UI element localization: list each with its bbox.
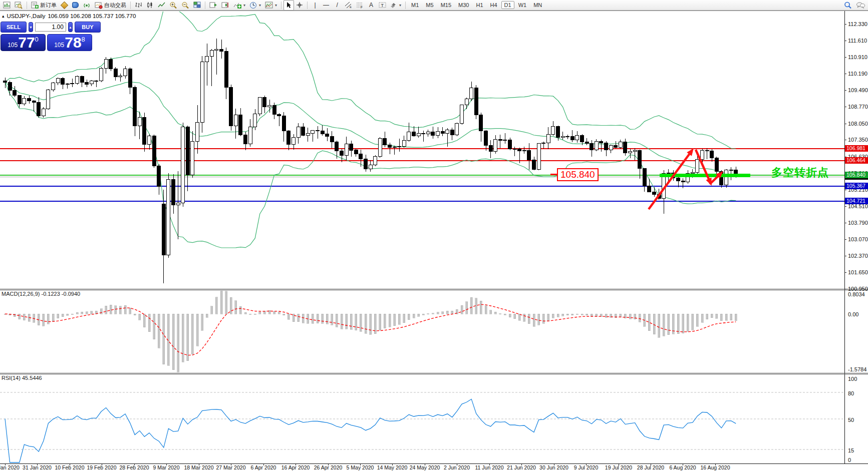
turning-point-annotation[interactable]: 多空转折点 — [771, 165, 829, 180]
new-chart-button[interactable] — [1, 0, 13, 11]
buy-button[interactable]: BUY — [75, 22, 101, 33]
metaeditor-button[interactable] — [59, 0, 70, 11]
autotrading-icon — [95, 2, 103, 9]
fibonacci-button[interactable]: F — [354, 0, 366, 11]
sell-price-display[interactable]: 105 77 0 — [1, 34, 46, 51]
chat-icon — [856, 2, 865, 9]
tile-windows-icon — [193, 2, 201, 9]
indicators-icon — [233, 2, 241, 9]
rsi-axis-80: 80 — [848, 390, 854, 396]
rsi-indicator-label: RSI(14) 45.5446 — [2, 375, 42, 381]
symbol-collapse-icon[interactable]: ▴ — [2, 14, 5, 19]
price-level-badge: 105.367 — [845, 183, 868, 189]
periods-button[interactable]: ▾ — [247, 0, 263, 11]
tf-h1[interactable]: H1 — [473, 1, 486, 9]
new-order-icon — [31, 2, 39, 9]
main-macd-splitter[interactable] — [0, 289, 868, 289]
vertical-line-button[interactable]: | — [310, 0, 321, 11]
text-button[interactable]: A — [366, 0, 377, 11]
sell-button[interactable]: SELL — [1, 22, 27, 33]
chart-shift-icon — [221, 2, 229, 9]
arrows-dropdown-caret[interactable]: ▾ — [399, 3, 401, 8]
price-tick-label: 101.650 — [848, 269, 868, 275]
text-label-icon: T — [379, 2, 386, 9]
date-tick-label: 26 Apr 2020 — [314, 464, 343, 470]
templates-button[interactable]: ▾ — [263, 0, 279, 11]
tf-d1[interactable]: D1 — [501, 1, 514, 9]
one-click-trading-panel: SELL ▼ ▲ BUY 105 77 0 105 78 8 — [1, 22, 97, 51]
date-tick-mark — [586, 463, 587, 465]
svg-text:E: E — [350, 6, 352, 9]
mql5-community-button[interactable] — [70, 0, 81, 11]
search-button[interactable] — [842, 0, 854, 11]
axis-layer: 112.330111.610110.910110.190109.490108.7… — [0, 0, 868, 472]
date-tick-label: 5 May 2020 — [347, 464, 374, 470]
volume-input[interactable] — [35, 23, 66, 32]
text-label-button[interactable]: T — [377, 0, 388, 11]
crosshair-button[interactable] — [294, 0, 305, 11]
price-tick-label: 102.370 — [848, 253, 868, 259]
zoom-in-button[interactable] — [167, 0, 179, 11]
rsi-axis-0: 0 — [848, 457, 851, 463]
date-tick-label: 18 Mar 2020 — [184, 464, 214, 470]
date-tick-mark — [296, 463, 296, 465]
chart-canvas[interactable] — [0, 0, 868, 472]
chart-shift-button[interactable] — [219, 0, 231, 11]
autotrading-button[interactable]: 自动交易 — [93, 0, 128, 11]
candlestick-chart-button[interactable] — [144, 0, 156, 11]
date-tick-mark — [392, 463, 393, 465]
buy-price-display[interactable]: 105 78 8 — [47, 34, 92, 51]
volume-decrease-button[interactable]: ▼ — [29, 22, 33, 32]
sell-price-base: 105 — [8, 42, 18, 49]
cursor-button[interactable] — [283, 0, 294, 11]
price-level-badge: 104.721 — [845, 198, 868, 204]
date-tick-mark — [328, 463, 329, 465]
volume-increase-button[interactable]: ▲ — [68, 22, 73, 32]
tile-windows-button[interactable] — [191, 0, 203, 11]
toolbar-separator — [405, 2, 406, 9]
line-chart-button[interactable] — [156, 0, 167, 11]
price-tick-label: 105.210 — [848, 187, 868, 193]
zoom-out-button[interactable] — [179, 0, 191, 11]
fibonacci-icon: F — [356, 2, 364, 9]
buy-price-pip: 8 — [82, 36, 85, 43]
symbol-info-bar: ▴ USDJPY-,Daily 106.059 106.208 105.737 … — [2, 13, 136, 19]
tf-m30[interactable]: M30 — [455, 1, 472, 9]
macd-rsi-splitter-line2 — [0, 374, 868, 374]
tf-m15[interactable]: M15 — [438, 1, 454, 9]
auto-scroll-button[interactable] — [207, 0, 219, 11]
signals-button[interactable] — [81, 0, 93, 11]
tf-h4[interactable]: H4 — [487, 1, 500, 9]
price-level-badge: 105.840 — [845, 172, 868, 178]
tf-m1[interactable]: M1 — [408, 1, 422, 9]
trendline-button[interactable]: / — [332, 0, 343, 11]
macd-rsi-splitter[interactable] — [0, 373, 868, 373]
indicators-button[interactable]: ▾ — [231, 0, 247, 11]
profiles-button[interactable] — [13, 0, 25, 11]
bollinger-bands — [5, 9, 736, 248]
tf-w1[interactable]: W1 — [515, 1, 530, 9]
macd-signal-line — [5, 304, 736, 355]
equidistant-channel-button[interactable]: E — [343, 0, 354, 11]
macd-indicator-label: MACD(12,26,9) -0.1223 -0.0940 — [2, 291, 80, 297]
date-tick-mark — [521, 463, 522, 465]
price-level-flag[interactable]: 105.840 — [557, 168, 599, 181]
vertical-line-icon: | — [312, 2, 319, 9]
horizontal-line-button[interactable]: — — [321, 0, 332, 11]
up-arrow-icon: ▲ — [69, 26, 72, 29]
price-tick-label: 100.950 — [848, 286, 868, 292]
price-tick-label: 110.190 — [848, 71, 867, 77]
bar-chart-button[interactable] — [133, 0, 144, 11]
indicators-dropdown-caret[interactable]: ▾ — [243, 3, 245, 8]
new-order-button[interactable]: 新订单 — [29, 0, 59, 11]
tf-mn[interactable]: MN — [530, 1, 545, 9]
date-tick-label: 31 Jan 2020 — [23, 464, 52, 470]
price-tick-label: 107.350 — [848, 137, 868, 143]
tf-m5[interactable]: M5 — [423, 1, 436, 9]
metaeditor-icon — [61, 1, 69, 9]
arrows-button[interactable]: ▾ — [388, 0, 403, 11]
periods-dropdown-caret[interactable]: ▾ — [259, 3, 261, 8]
templates-dropdown-caret[interactable]: ▾ — [275, 3, 277, 8]
date-tick-label: 27 Mar 2020 — [216, 464, 246, 470]
chat-button[interactable] — [854, 0, 867, 11]
